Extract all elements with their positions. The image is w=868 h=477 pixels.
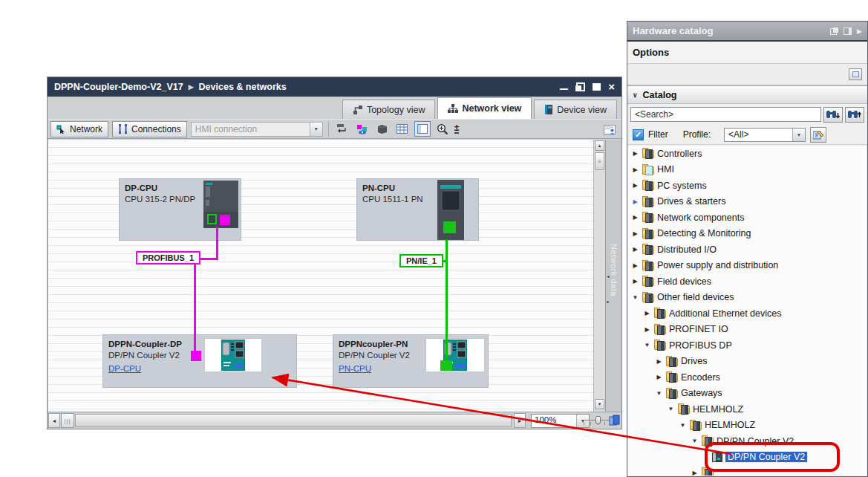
chevron-right-icon[interactable]: ▶	[631, 214, 639, 221]
catalog-item-distributed-io[interactable]: ▶ Distributed I/O	[628, 241, 867, 258]
vertical-scrollbar[interactable]: ▲ ≡ ▼	[593, 140, 605, 412]
chevron-down-icon[interactable]: ▼	[667, 406, 675, 412]
subnet-label-profibus[interactable]: PROFIBUS_1	[136, 251, 200, 265]
highlight-io-button[interactable]	[374, 121, 391, 137]
profibus-line-segment[interactable]	[216, 227, 218, 260]
zoom-button[interactable]	[434, 121, 451, 137]
catalog-item-drives[interactable]: ▶ Drives	[628, 354, 867, 370]
chevron-right-icon[interactable]: ▶	[643, 326, 651, 333]
maximize-icon[interactable]	[592, 82, 601, 91]
zoom-dropdown[interactable]: ±	[454, 124, 460, 134]
chevron-right-icon[interactable]: ▶	[655, 374, 663, 380]
dock-pane-icon[interactable]	[843, 27, 852, 35]
search-up-button[interactable]	[845, 107, 864, 123]
horizontal-scroll-thumb[interactable]	[75, 414, 512, 427]
zoom-slider-knob[interactable]	[595, 416, 601, 424]
catalog-item-profinet-io[interactable]: ▶ PROFINET IO	[628, 322, 867, 338]
catalog-item-drives-starters[interactable]: ▶ Drives & starters	[628, 194, 867, 210]
pn-port[interactable]	[440, 360, 452, 371]
connection-type-combo[interactable]: HMI connection ▼	[191, 122, 323, 137]
dp-port[interactable]	[191, 351, 201, 361]
chevron-right-icon[interactable]: ▶	[631, 230, 639, 237]
catalog-item-encoders[interactable]: ▶ Encoders	[628, 369, 867, 386]
search-input[interactable]: <Search>	[630, 107, 821, 122]
collapse-pane-icon[interactable]: ▶	[857, 27, 862, 35]
combo-dropdown-icon[interactable]: ▼	[310, 123, 322, 136]
edit-profile-button[interactable]	[810, 127, 826, 143]
show-relations-button[interactable]	[354, 121, 371, 137]
chevron-down-icon[interactable]: ▼	[631, 294, 639, 301]
minimize-icon[interactable]	[559, 82, 569, 91]
cpu-1511-device-icon[interactable]	[437, 180, 464, 240]
scroll-up-icon[interactable]: ▲	[595, 140, 604, 151]
catalog-item-profibus-dp[interactable]: ▼ PROFIBUS DP	[628, 337, 867, 354]
catalog-item-helmholz-2[interactable]: ▼ HELMHOLZ	[628, 418, 867, 434]
catalog-item-gateways[interactable]: ▼ Gateways	[628, 386, 867, 402]
catalog-item-controllers[interactable]: ▶ Controllers	[628, 146, 867, 162]
go-to-pn-cpu-link[interactable]: PN-CPU	[339, 362, 371, 376]
catalog-section-header[interactable]: ∨ Catalog	[627, 86, 867, 104]
vertical-scroll-thumb[interactable]: ≡	[595, 152, 604, 170]
collapse-right-icon[interactable]: ►	[605, 296, 611, 308]
catalog-item-power-supply[interactable]: ▶ Power supply and distribution	[628, 258, 867, 274]
catalog-item-partial[interactable]: ▶	[628, 465, 867, 476]
zoom-level-combo[interactable]: 100% ▼	[531, 414, 590, 428]
chevron-right-icon[interactable]: ▶	[631, 262, 639, 269]
catalog-item-detecting-monitoring[interactable]: ▶ Detecting & Monitoring	[628, 226, 867, 242]
split-pane-button[interactable]	[414, 121, 431, 137]
subnet-label-pnie[interactable]: PN/IE_1	[399, 254, 443, 267]
show-address-labels-button[interactable]	[601, 122, 618, 137]
catalog-item-other-field-devices[interactable]: ▼ Other field devices	[628, 290, 867, 306]
filter-checkbox[interactable]: ✓	[633, 129, 644, 140]
catalog-item-hmi[interactable]: ▶ HMI	[628, 162, 867, 178]
chevron-down-icon[interactable]: ▼	[655, 390, 663, 397]
tab-network-view[interactable]: Network view	[437, 97, 532, 119]
catalog-item-dppn-coupler-folder[interactable]: ▼ DP/PN Coupler V2	[628, 433, 867, 450]
catalog-item-pc-systems[interactable]: ▶ PC systems	[628, 178, 867, 194]
scroll-down-icon[interactable]: ▼	[595, 399, 604, 409]
chevron-right-icon[interactable]: ▶	[631, 166, 639, 173]
catalog-title-bar[interactable]: Hardware catalog ▶	[627, 22, 867, 42]
dp-pn-coupler-device-icon[interactable]	[221, 340, 245, 371]
connections-button[interactable]: Connections	[112, 121, 187, 137]
network-data-side-tab[interactable]: Network data ◄ ►	[605, 140, 621, 412]
scroll-left-icon[interactable]: ◄	[48, 413, 60, 428]
chevron-down-icon[interactable]: ▼	[643, 342, 651, 348]
breadcrumb-project[interactable]: DPPN-Coupler-Demo-V2_V17	[54, 82, 183, 92]
network-mode-button[interactable]: Network	[50, 121, 108, 137]
profibus-line-segment[interactable]	[194, 258, 196, 351]
catalog-item-helmholz-1[interactable]: ▼ HELMHOLZ	[628, 401, 867, 418]
cpu-315-device-icon[interactable]	[203, 181, 238, 228]
go-to-dp-cpu-link[interactable]: DP-CPU	[108, 362, 141, 376]
fit-to-window-button[interactable]	[606, 412, 622, 428]
catalog-item-field-devices[interactable]: ▶ Field devices	[628, 273, 867, 290]
chevron-down-icon[interactable]: ▼	[691, 438, 699, 444]
catalog-item-dppn-coupler-v2[interactable]: DP/PN Coupler V2	[628, 450, 867, 466]
tab-topology-view[interactable]: Topology view	[342, 100, 436, 119]
chevron-right-icon[interactable]: ▶	[631, 198, 639, 205]
table-view-button[interactable]	[394, 121, 411, 137]
station-dppncoupler-pn[interactable]: DPPNcoupler-PN DP/PN Coupler V2 PN-CPU	[333, 334, 489, 388]
search-down-button[interactable]	[823, 107, 843, 123]
station-dp-cpu[interactable]: DP-CPU CPU 315-2 PN/DP	[119, 178, 241, 241]
profile-dropdown-icon[interactable]: ▼	[792, 129, 805, 141]
scroll-right-icon[interactable]: ►	[514, 413, 526, 428]
profile-combo[interactable]: <All> ▼	[724, 128, 806, 142]
chevron-right-icon[interactable]: ▶	[631, 182, 639, 189]
collapse-left-icon[interactable]: ◄	[605, 270, 611, 282]
chevron-right-icon[interactable]: ▶	[631, 278, 639, 285]
close-icon[interactable]: ×	[608, 82, 615, 91]
chevron-right-icon[interactable]: ▶	[655, 358, 663, 365]
tab-device-view[interactable]: Device view	[534, 100, 617, 119]
catalog-tool-button[interactable]	[849, 68, 862, 80]
catalog-item-additional-ethernet[interactable]: ▶ Additional Ethernet devices	[628, 305, 867, 322]
station-pn-cpu[interactable]: PN-CPU CPU 1511-1 PN	[356, 178, 479, 241]
restore-icon[interactable]	[575, 82, 585, 91]
chevron-right-icon[interactable]: ▶	[691, 470, 699, 476]
scroll-grip[interactable]: |||	[61, 413, 74, 428]
chevron-right-icon[interactable]: ▶	[631, 150, 639, 157]
catalog-item-network-components[interactable]: ▶ Network components	[628, 210, 867, 226]
chevron-right-icon[interactable]: ▶	[631, 246, 639, 253]
section-chevron-icon[interactable]: ∨	[633, 91, 638, 99]
chevron-right-icon[interactable]: ▶	[643, 310, 651, 317]
